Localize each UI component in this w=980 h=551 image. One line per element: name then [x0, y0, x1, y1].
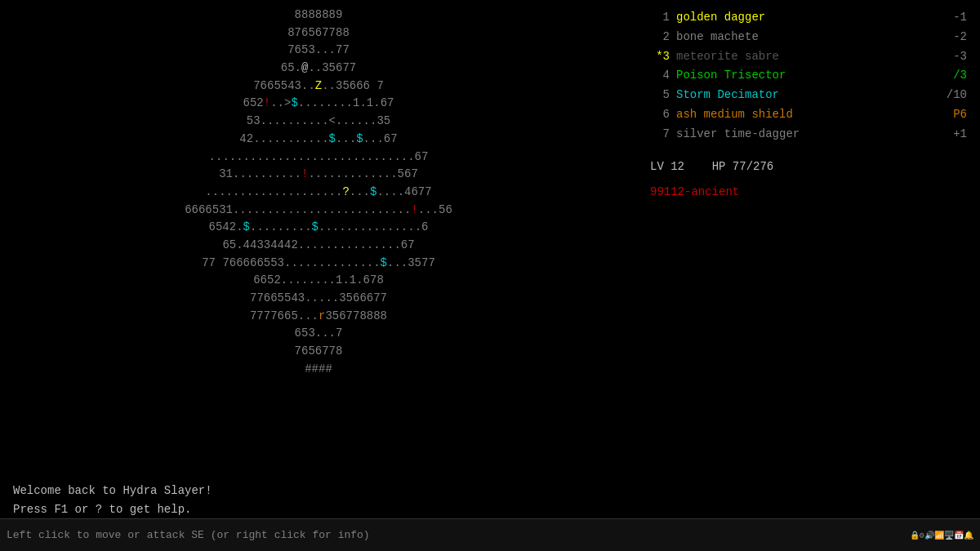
item-stat: P6	[943, 105, 967, 125]
status-bar: Welcome back to Hydra Slayer! Press F1 o…	[0, 482, 980, 518]
map-line: ....................?...$....4677	[205, 184, 431, 202]
map-area: 88888898765677887653...7765.@..356777665…	[0, 0, 637, 518]
ancient-label: 99112-ancient	[650, 183, 967, 202]
sidebar: 1golden dagger-12bone machete-2*3meteori…	[637, 0, 980, 518]
item-name: ash medium shield	[676, 108, 793, 121]
map-line: 876567788	[287, 24, 350, 42]
map-line: 7656778	[295, 343, 343, 361]
map-line: ####	[305, 361, 332, 379]
inventory-item: 5Storm Decimator/10	[650, 86, 967, 105]
map-line: 42...........$...$...67	[239, 131, 397, 149]
item-stat: /10	[937, 86, 967, 105]
item-number: 1	[650, 8, 676, 28]
item-stat: -2	[943, 28, 967, 47]
map-line: 7665543..Z..35666 7	[253, 78, 384, 96]
item-name: bone machete	[676, 30, 759, 43]
map-line: 53..........<......35	[247, 113, 390, 131]
item-stat: -1	[943, 8, 967, 28]
status-line1: Welcome back to Hydra Slayer!	[13, 482, 967, 500]
map-line: 7653...77	[287, 42, 350, 60]
inventory-item: 7silver time-dagger+1	[650, 125, 967, 144]
item-name: meteorite sabre	[676, 50, 779, 63]
inventory: 1golden dagger-12bone machete-2*3meteori…	[650, 8, 967, 144]
inventory-item: 1golden dagger-1	[650, 8, 967, 28]
map-line: 65.@..35677	[281, 60, 356, 78]
item-name: Poison Trisector	[676, 69, 786, 82]
item-name: silver time-dagger	[676, 127, 800, 140]
item-number: 4	[650, 66, 676, 86]
map-line: 77 766666553..............$...3577	[202, 255, 435, 273]
click-info: Left click to move or attack SE (or righ…	[7, 529, 910, 541]
inventory-item: 6ash medium shieldP6	[650, 105, 967, 125]
map-line: 8888889	[295, 7, 343, 24]
map-line: 6666531..........................!...56	[185, 202, 452, 220]
hp-label: HP 77/276	[712, 160, 774, 173]
map-line: 6652........1.1.678	[253, 272, 384, 290]
map-line: 31..........!.............567	[219, 166, 418, 184]
map-line: 652!..>$........1.1.67	[243, 95, 394, 113]
item-stat: +1	[943, 125, 967, 144]
map-line: ..............................67	[209, 149, 429, 167]
map-line: 653...7	[295, 325, 343, 343]
system-tray: 🔒⚙️🔊📶🖥️📅🔔	[910, 531, 973, 540]
inventory-item: 4Poison Trisector/3	[650, 66, 967, 86]
item-number: 7	[650, 125, 676, 144]
item-number: 2	[650, 28, 676, 47]
map-line: 7777665...r356778888	[250, 308, 387, 326]
item-name: Storm Decimator	[676, 88, 779, 101]
stats-block: LV 12 HP 77/276	[650, 158, 967, 177]
inventory-item: 2bone machete-2	[650, 28, 967, 47]
item-stat: -3	[943, 47, 967, 67]
level-label: LV 12	[650, 160, 684, 173]
item-number: 5	[650, 86, 676, 105]
bottom-bar: Left click to move or attack SE (or righ…	[0, 518, 980, 551]
item-number: *3	[650, 47, 676, 67]
map-line: 65.44334442...............67	[222, 237, 414, 255]
status-line2: Press F1 or ? to get help.	[13, 500, 967, 518]
item-name: golden dagger	[676, 11, 765, 24]
map-line: 6542.$.........$...............6	[209, 219, 429, 237]
map-line: 77665543.....3566677	[250, 290, 387, 308]
inventory-item: *3meteorite sabre-3	[650, 47, 967, 67]
item-number: 6	[650, 105, 676, 125]
game-container: 88888898765677887653...7765.@..356777665…	[0, 0, 980, 518]
item-stat: /3	[943, 66, 967, 86]
